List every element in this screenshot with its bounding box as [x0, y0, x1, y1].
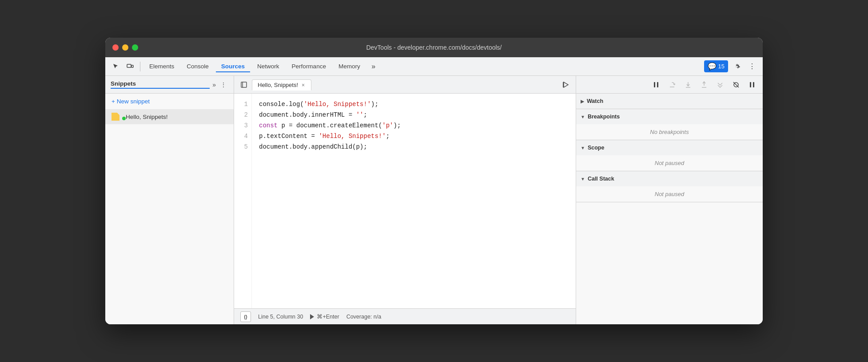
accordion-breakpoints: ▼ Breakpoints No breakpoints: [576, 109, 763, 140]
run-button[interactable]: [560, 79, 572, 91]
code-line-1: console.log('Hello, Snippets!');: [259, 99, 569, 110]
notification-badge-btn[interactable]: 💬 15: [704, 60, 728, 72]
step-out-icon: [701, 81, 708, 88]
svg-rect-15: [750, 82, 751, 87]
status-bar: {} Line 5, Column 30 ⌘+Enter Coverage: n…: [234, 308, 576, 324]
step-into-icon: [685, 81, 692, 88]
pause-exceptions-icon: [749, 81, 756, 88]
tab-network[interactable]: Network: [252, 60, 285, 72]
breakpoints-arrow-icon: ▼: [581, 114, 585, 119]
maximize-button[interactable]: [132, 44, 138, 51]
step-icon: [717, 81, 724, 88]
chat-icon: 💬: [708, 62, 717, 71]
file-tab-name: Hello, Snippets!: [258, 82, 298, 88]
run-triangle-icon[interactable]: [310, 314, 314, 319]
watch-arrow-icon: ▶: [581, 99, 584, 104]
tab-elements[interactable]: Elements: [144, 60, 179, 72]
file-close-button[interactable]: ×: [301, 82, 306, 88]
sidebar-expand-btn[interactable]: »: [210, 80, 219, 89]
accordion-call-stack: ▼ Call Stack Not paused: [576, 171, 763, 202]
cursor-icon: [112, 63, 119, 70]
sidebar-menu-btn[interactable]: ⋮: [219, 80, 228, 89]
sidebar-title: Snippets: [111, 80, 210, 89]
line-numbers: 1 2 3 4 5: [234, 94, 252, 308]
deactivate-icon: [733, 81, 740, 88]
toolbar-divider-1: [140, 62, 140, 71]
code-line-4: p.textContent = 'Hello, Snippets!';: [259, 131, 569, 142]
scope-arrow-icon: ▼: [581, 146, 585, 150]
tab-performance[interactable]: Performance: [287, 60, 331, 72]
pause-exceptions-btn[interactable]: [746, 79, 758, 91]
step-over-icon: [669, 81, 676, 88]
watch-header[interactable]: ▶ Watch: [576, 94, 763, 109]
call-stack-arrow-icon: ▼: [581, 177, 585, 181]
device-toggle-btn[interactable]: [124, 60, 136, 73]
gear-icon: [733, 63, 741, 70]
svg-rect-16: [753, 82, 754, 87]
editor-tabs: Hello, Snippets! ×: [234, 76, 576, 94]
snippet-item-hello[interactable]: Hello, Snippets!: [105, 109, 234, 124]
more-tabs-btn[interactable]: »: [367, 60, 380, 73]
settings-btn[interactable]: [731, 60, 743, 73]
step-into-button[interactable]: [682, 79, 694, 91]
titlebar: DevTools - developer.chrome.com/docs/dev…: [105, 38, 763, 57]
sidebar-toggle-btn[interactable]: [238, 79, 250, 91]
accordion-scope: ▼ Scope Not paused: [576, 140, 763, 171]
svg-marker-4: [564, 82, 568, 87]
main-content: Snippets » ⋮ + New snippet Hello, Snippe…: [105, 76, 763, 324]
breakpoints-content: No breakpoints: [576, 124, 763, 140]
run-shortcut[interactable]: ⌘+Enter: [310, 313, 339, 320]
editor-file-tab[interactable]: Hello, Snippets! ×: [252, 79, 311, 90]
svg-rect-7: [657, 82, 658, 87]
svg-rect-2: [241, 82, 247, 87]
step-out-button[interactable]: [698, 79, 710, 91]
call-stack-label: Call Stack: [588, 176, 614, 182]
call-stack-header[interactable]: ▼ Call Stack: [576, 171, 763, 186]
badge-count: 15: [718, 63, 725, 70]
editor-area: Hello, Snippets! × 1 2 3 4 5: [234, 76, 576, 324]
tab-memory[interactable]: Memory: [333, 60, 366, 72]
svg-rect-6: [654, 82, 655, 87]
cursor-icon-btn[interactable]: [110, 60, 122, 73]
scope-label: Scope: [588, 145, 605, 151]
debug-toolbar: [576, 76, 763, 94]
accordion-watch: ▶ Watch: [576, 94, 763, 109]
more-options-btn[interactable]: ⋮: [746, 60, 758, 73]
new-snippet-button[interactable]: + New snippet: [105, 94, 234, 109]
call-stack-content: Not paused: [576, 186, 763, 202]
sidebar: Snippets » ⋮ + New snippet Hello, Snippe…: [105, 76, 234, 324]
minimize-button[interactable]: [122, 44, 128, 51]
tab-console[interactable]: Console: [181, 60, 214, 72]
deactivate-breakpoints-btn[interactable]: [730, 79, 742, 91]
pause-icon: [653, 81, 660, 88]
watch-label: Watch: [587, 98, 603, 104]
panel-toggle-icon: [241, 82, 247, 88]
step-over-button[interactable]: [666, 79, 678, 91]
scope-header[interactable]: ▼ Scope: [576, 140, 763, 155]
svg-rect-1: [131, 65, 133, 67]
pause-button[interactable]: [650, 79, 662, 91]
breakpoints-label: Breakpoints: [588, 114, 620, 120]
format-button[interactable]: {}: [240, 311, 251, 322]
sidebar-header: Snippets » ⋮: [105, 76, 234, 94]
device-icon: [127, 63, 134, 70]
right-panel: ▶ Watch ▼ Breakpoints No breakpoints ▼ S…: [576, 76, 763, 324]
devtools-window: DevTools - developer.chrome.com/docs/dev…: [105, 38, 763, 324]
window-controls: [112, 44, 138, 51]
step-button[interactable]: [714, 79, 726, 91]
coverage-status: Coverage: n/a: [346, 314, 382, 320]
code-line-5: document.body.appendChild(p);: [259, 142, 569, 152]
main-toolbar: Elements Console Sources Network Perform…: [105, 57, 763, 76]
code-line-3: const p = document.createElement('p');: [259, 120, 569, 131]
close-button[interactable]: [112, 44, 119, 51]
code-content[interactable]: console.log('Hello, Snippets!');document…: [252, 94, 576, 308]
code-editor[interactable]: 1 2 3 4 5 console.log('Hello, Snippets!'…: [234, 94, 576, 308]
cursor-position: Line 5, Column 30: [258, 314, 303, 320]
svg-line-13: [733, 82, 739, 87]
breakpoints-header[interactable]: ▼ Breakpoints: [576, 109, 763, 124]
run-icon: [562, 81, 569, 88]
snippet-active-dot: [122, 117, 126, 120]
tab-sources[interactable]: Sources: [216, 60, 250, 72]
snippet-file-icon: [111, 113, 119, 121]
window-title: DevTools - developer.chrome.com/docs/dev…: [366, 44, 502, 51]
